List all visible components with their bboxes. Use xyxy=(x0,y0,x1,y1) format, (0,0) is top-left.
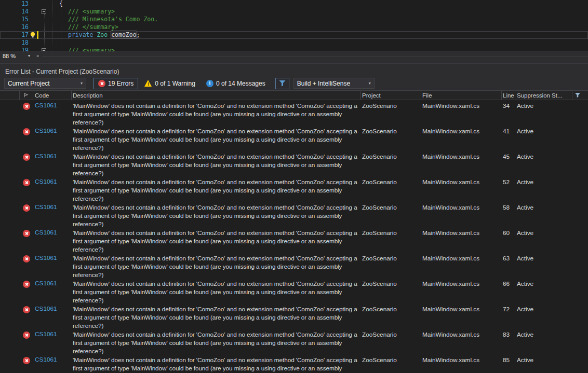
error-project: ZooScenario xyxy=(361,202,421,227)
source-filter-value: Build + IntelliSense xyxy=(297,80,350,87)
suppression-filter-header[interactable] xyxy=(572,91,588,100)
error-file: MainWindow.xaml.cs xyxy=(421,151,502,176)
outline-margin xyxy=(40,48,47,51)
error-code-link[interactable]: CS1061 xyxy=(35,127,57,134)
error-description: 'MainWindow' does not contain a definiti… xyxy=(72,227,361,253)
source-filter-dropdown[interactable]: Build + IntelliSense ▾ xyxy=(293,78,375,89)
scope-filter-dropdown[interactable]: Current Project ▾ xyxy=(4,78,86,89)
errors-count-label: 19 Errors xyxy=(108,80,133,87)
filter-toggle-button[interactable] xyxy=(275,78,289,89)
error-icon xyxy=(23,128,30,135)
description-column-header[interactable]: Description xyxy=(72,91,361,100)
code-text[interactable]: private Zoo comoZoo; xyxy=(47,31,588,39)
error-row[interactable]: CS1061 'MainWindow' does not contain a d… xyxy=(0,126,588,151)
editor-line[interactable]: 17 private Zoo comoZoo; xyxy=(0,31,588,39)
zoom-level-dropdown[interactable]: 88 % ▾ xyxy=(0,52,33,60)
error-line: 83 xyxy=(502,329,515,354)
error-code-link[interactable]: CS1061 xyxy=(35,229,57,236)
error-row[interactable]: CS1061 'MainWindow' does not contain a d… xyxy=(0,227,588,253)
lightbulb-icon[interactable] xyxy=(30,32,36,38)
scroll-left-arrow-icon[interactable]: ◂ xyxy=(33,53,42,58)
error-code-link[interactable]: CS1061 xyxy=(35,280,57,287)
error-description: 'MainWindow' does not contain a definiti… xyxy=(72,126,361,151)
editor-line[interactable]: 14 /// <summary> xyxy=(0,8,588,16)
error-row[interactable]: CS1061 'MainWindow' does not contain a d… xyxy=(0,253,588,278)
error-suppression: Active xyxy=(515,253,572,278)
editor-line[interactable]: 16 /// </summary> xyxy=(0,23,588,31)
row-gutter xyxy=(0,278,20,303)
error-file: MainWindow.xaml.cs xyxy=(421,303,502,329)
error-project: ZooScenario xyxy=(361,278,421,303)
error-line: 58 xyxy=(502,202,515,227)
outline-collapse-box[interactable] xyxy=(42,48,46,51)
editor-gutter xyxy=(29,39,37,46)
panel-splitter[interactable] xyxy=(0,60,588,67)
warnings-toggle-button[interactable]: 0 of 1 Warning xyxy=(140,78,200,89)
code-text[interactable]: /// <summary> xyxy=(47,47,588,51)
project-column-header[interactable]: Project xyxy=(361,91,421,100)
error-row[interactable]: CS1061 'MainWindow' does not contain a d… xyxy=(0,329,588,354)
error-line: 34 xyxy=(502,100,515,126)
outline-margin xyxy=(40,2,47,6)
editor-gutter xyxy=(29,32,37,38)
editor-line[interactable]: 13 { xyxy=(0,0,588,8)
editor-gutter xyxy=(29,8,37,15)
error-code-link[interactable]: CS1061 xyxy=(35,356,57,363)
error-list-toolbar: Current Project ▾ 19 Errors 0 of 1 Warni… xyxy=(0,76,588,90)
errors-toggle-button[interactable]: 19 Errors xyxy=(93,78,138,89)
code-text[interactable]: /// <summary> xyxy=(47,8,588,16)
severity-column-header[interactable] xyxy=(20,91,33,100)
editor-gutter xyxy=(29,47,37,51)
error-icon xyxy=(23,230,30,237)
editor-gutter xyxy=(29,1,37,7)
error-suppression: Active xyxy=(515,227,572,253)
error-row[interactable]: CS1061 'MainWindow' does not contain a d… xyxy=(0,278,588,303)
error-project: ZooScenario xyxy=(361,151,421,176)
error-suppression: Active xyxy=(515,354,572,373)
code-text[interactable]: { xyxy=(47,0,588,8)
horizontal-scrollbar[interactable] xyxy=(42,52,588,60)
error-row[interactable]: CS1061 'MainWindow' does not contain a d… xyxy=(0,151,588,176)
editor-line[interactable]: 18 xyxy=(0,39,588,47)
error-icon xyxy=(23,154,30,161)
error-row[interactable]: CS1061 'MainWindow' does not contain a d… xyxy=(0,202,588,227)
line-number: 16 xyxy=(0,23,29,31)
error-table-header: Code Description Project File Line Suppr… xyxy=(0,90,588,100)
file-column-header[interactable]: File xyxy=(421,91,502,100)
error-file: MainWindow.xaml.cs xyxy=(421,329,502,354)
error-description: 'MainWindow' does not contain a definiti… xyxy=(72,354,361,373)
code-editor[interactable]: 13 { 14 xyxy=(0,0,588,51)
error-code-link[interactable]: CS1061 xyxy=(35,330,57,338)
error-code-link[interactable]: CS1061 xyxy=(35,178,57,185)
code-text[interactable]: /// </summary> xyxy=(47,23,588,31)
error-file: MainWindow.xaml.cs xyxy=(421,278,502,303)
line-column-header[interactable]: Line xyxy=(502,91,515,100)
error-row[interactable]: CS1061 'MainWindow' does not contain a d… xyxy=(0,354,588,373)
suppression-column-header[interactable]: Suppression St... xyxy=(515,91,572,100)
error-file: MainWindow.xaml.cs xyxy=(421,202,502,227)
error-suppression: Active xyxy=(515,303,572,329)
error-icon xyxy=(23,357,30,364)
code-column-header[interactable]: Code xyxy=(33,91,72,100)
error-suppression: Active xyxy=(515,278,572,303)
error-row[interactable]: CS1061 'MainWindow' does not contain a d… xyxy=(0,176,588,202)
error-line: 41 xyxy=(502,126,515,151)
error-row[interactable]: CS1061 'MainWindow' does not contain a d… xyxy=(0,100,588,126)
messages-toggle-button[interactable]: 0 of 14 Messages xyxy=(202,78,270,89)
error-icon xyxy=(23,331,30,339)
editor-bottom-bar: 88 % ▾ ◂ xyxy=(0,51,588,60)
editor-line[interactable]: 19 /// <summary> xyxy=(0,47,588,51)
error-code-link[interactable]: CS1061 xyxy=(35,203,57,211)
line-number: 19 xyxy=(0,47,29,51)
error-code-link[interactable]: CS1061 xyxy=(35,305,57,312)
row-gutter xyxy=(0,176,20,202)
editor-line[interactable]: 15 /// Minnesota's Como Zoo. xyxy=(0,16,588,23)
outline-collapse-box[interactable] xyxy=(42,9,46,14)
error-code-link[interactable]: CS1061 xyxy=(35,254,57,261)
error-code-link[interactable]: CS1061 xyxy=(35,153,57,160)
error-code-link[interactable]: CS1061 xyxy=(35,102,57,109)
error-suppression: Active xyxy=(515,126,572,151)
error-row[interactable]: CS1061 'MainWindow' does not contain a d… xyxy=(0,303,588,329)
code-text[interactable]: /// Minnesota's Como Zoo. xyxy=(47,16,588,23)
error-list-title: Error List - Current Project (ZooScenari… xyxy=(0,67,588,76)
